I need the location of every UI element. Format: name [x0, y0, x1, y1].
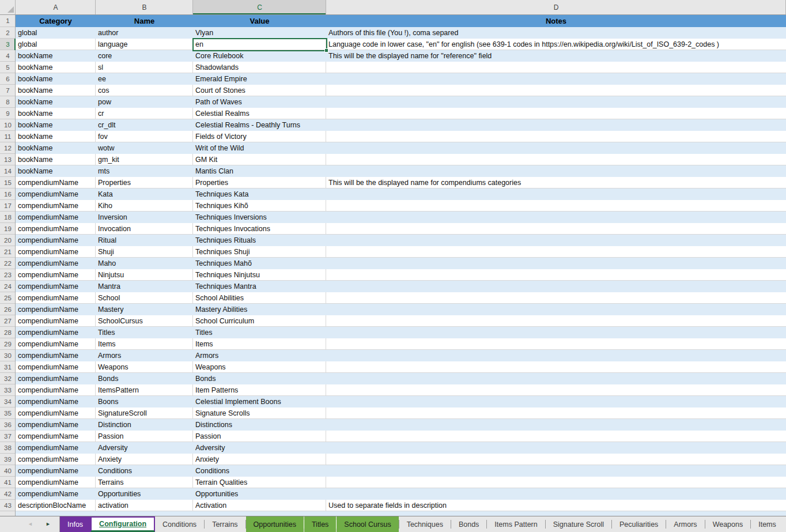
cell-b24[interactable]: Mantra [96, 281, 193, 292]
row-number-32[interactable]: 32 [0, 373, 16, 384]
row-number-40[interactable]: 40 [0, 465, 16, 477]
cell-b2[interactable]: author [96, 27, 193, 39]
cell-d16[interactable] [326, 188, 786, 200]
cell-c19[interactable]: Techniques Invocations [193, 223, 326, 235]
cell-c25[interactable]: School Abilities [193, 292, 326, 304]
row-number-28[interactable]: 28 [0, 327, 16, 338]
cell-a23[interactable]: compendiumName [16, 269, 96, 281]
select-all-button[interactable] [0, 0, 16, 14]
row-number-15[interactable]: 15 [0, 177, 16, 188]
cell-a41[interactable]: compendiumName [16, 477, 96, 488]
cell-c32[interactable]: Bonds [193, 373, 326, 384]
cell-a29[interactable]: compendiumName [16, 338, 96, 350]
cell-b5[interactable]: sl [96, 62, 193, 73]
row-number-18[interactable]: 18 [0, 212, 16, 223]
cell-d36[interactable] [326, 419, 786, 431]
column-header-b[interactable]: B [96, 0, 193, 14]
cell-d10[interactable] [326, 119, 786, 131]
cell-b18[interactable]: Inversion [96, 212, 193, 223]
cell-c2[interactable]: Vlyan [193, 27, 326, 39]
cell-c6[interactable]: Emerald Empire [193, 73, 326, 85]
cell-d11[interactable] [326, 131, 786, 142]
cell-a6[interactable]: bookName [16, 73, 96, 85]
cell-d35[interactable] [326, 408, 786, 419]
cell-b4[interactable]: core [96, 50, 193, 62]
cell-c34[interactable]: Celestial Implement Boons [193, 396, 326, 408]
sheet-tab-opportunities[interactable]: Opportunities [246, 516, 304, 532]
cell-a14[interactable]: bookName [16, 165, 96, 177]
cell-b13[interactable]: gm_kit [96, 154, 193, 165]
row-number-33[interactable]: 33 [0, 384, 16, 396]
cell-c42[interactable]: Opportunities [193, 488, 326, 500]
row-number-10[interactable]: 10 [0, 119, 16, 131]
cell-a28[interactable]: compendiumName [16, 327, 96, 338]
cell-a26[interactable]: compendiumName [16, 304, 96, 315]
cell-a37[interactable]: compendiumName [16, 431, 96, 442]
cell-b9[interactable]: cr [96, 108, 193, 119]
cell-b7[interactable]: cos [96, 85, 193, 96]
cell-d13[interactable] [326, 154, 786, 165]
cell-d30[interactable] [326, 350, 786, 361]
cell-c18[interactable]: Techniques Inversions [193, 212, 326, 223]
cell-a8[interactable]: bookName [16, 96, 96, 108]
cell-d25[interactable] [326, 292, 786, 304]
cell-b26[interactable]: Mastery [96, 304, 193, 315]
cell-c28[interactable]: Titles [193, 327, 326, 338]
cell-c7[interactable]: Court of Stones [193, 85, 326, 96]
cell-d15[interactable]: This will be the displayed name for comp… [326, 177, 786, 188]
cell-c24[interactable]: Techniques Mantra [193, 281, 326, 292]
row-number-11[interactable]: 11 [0, 131, 16, 142]
cell-b29[interactable]: Items [96, 338, 193, 350]
cell-a15[interactable]: compendiumName [16, 177, 96, 188]
row-number-36[interactable]: 36 [0, 419, 16, 431]
cell-a40[interactable]: compendiumName [16, 465, 96, 477]
cell-b3[interactable]: language [96, 39, 193, 50]
cell-a22[interactable]: compendiumName [16, 258, 96, 269]
row-number-14[interactable]: 14 [0, 165, 16, 177]
sheet-tab-school-cursus[interactable]: School Cursus [337, 516, 398, 532]
cell-c9[interactable]: Celestial Realms [193, 108, 326, 119]
cell-c26[interactable]: Mastery Abilities [193, 304, 326, 315]
sheet-tab-items[interactable]: Items [751, 516, 784, 532]
cell-a9[interactable]: bookName [16, 108, 96, 119]
cell-c14[interactable]: Mantis Clan [193, 165, 326, 177]
cell-c43[interactable]: Activation [193, 500, 326, 511]
cell-b34[interactable]: Boons [96, 396, 193, 408]
column-header-d[interactable]: D [326, 0, 786, 14]
cell-b36[interactable]: Distinction [96, 419, 193, 431]
cell-b40[interactable]: Conditions [96, 465, 193, 477]
row-number-24[interactable]: 24 [0, 281, 16, 292]
cell-d6[interactable] [326, 73, 786, 85]
row-number-19[interactable]: 19 [0, 223, 16, 235]
cell-d9[interactable] [326, 108, 786, 119]
cell-a5[interactable]: bookName [16, 62, 96, 73]
cell-a33[interactable]: compendiumName [16, 384, 96, 396]
row-number-2[interactable]: 2 [0, 27, 16, 39]
cell-c17[interactable]: Techniques Kihõ [193, 200, 326, 212]
cell-d21[interactable] [326, 246, 786, 258]
cell-b31[interactable]: Weapons [96, 361, 193, 373]
cell-c33[interactable]: Item Patterns [193, 384, 326, 396]
row-number-29[interactable]: 29 [0, 338, 16, 350]
cell-b28[interactable]: Titles [96, 327, 193, 338]
cell-b38[interactable]: Adversity [96, 442, 193, 454]
cell-b30[interactable]: Armors [96, 350, 193, 361]
cell-d43[interactable]: Used to separate fields in description [326, 500, 786, 511]
cell-a3[interactable]: global [16, 39, 96, 50]
cell-a21[interactable]: compendiumName [16, 246, 96, 258]
cell-b8[interactable]: pow [96, 96, 193, 108]
cell-d14[interactable] [326, 165, 786, 177]
cell-a27[interactable]: compendiumName [16, 315, 96, 327]
cell-b12[interactable]: wotw [96, 142, 193, 154]
cell-c8[interactable]: Path of Waves [193, 96, 326, 108]
cell-d19[interactable] [326, 223, 786, 235]
row-number-43[interactable]: 43 [0, 500, 16, 511]
cell-d7[interactable] [326, 85, 786, 96]
cell-b27[interactable]: SchoolCursus [96, 315, 193, 327]
row-number-5[interactable]: 5 [0, 62, 16, 73]
sheet-tab-terrains[interactable]: Terrains [205, 516, 245, 532]
row-number-20[interactable]: 20 [0, 235, 16, 246]
cell-c12[interactable]: Writ of the Wild [193, 142, 326, 154]
cell-a12[interactable]: bookName [16, 142, 96, 154]
row-number-41[interactable]: 41 [0, 477, 16, 488]
